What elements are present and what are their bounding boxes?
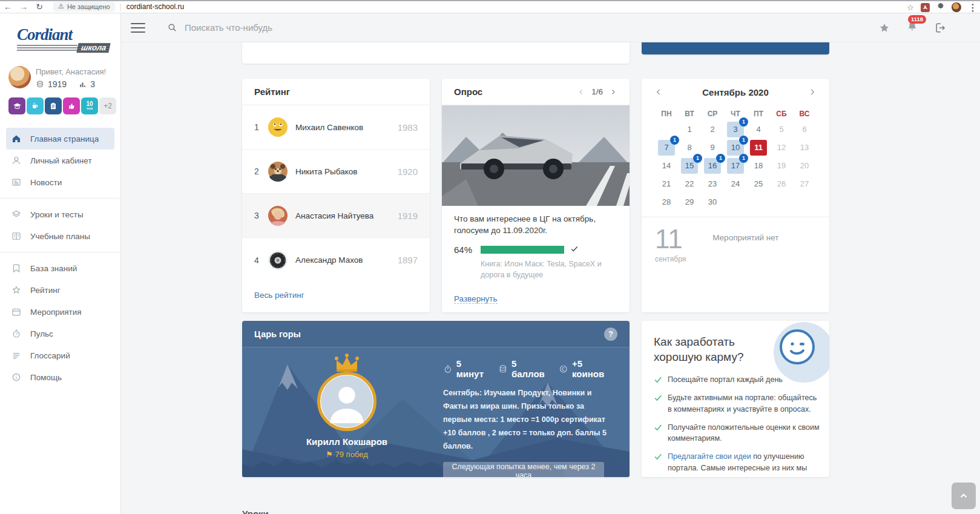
thumbs-up-badge[interactable] (63, 97, 80, 114)
calendar-day[interactable]: 4 (747, 121, 770, 138)
sidebar-item-label: Помощь (30, 373, 62, 382)
security-chip[interactable]: ⚠ Не защищено (53, 2, 115, 12)
calendar-day-empty (770, 194, 793, 211)
sidebar-item-home[interactable]: Главная страница (6, 128, 114, 150)
calendar-day[interactable]: 25 (747, 176, 770, 193)
hamburger-menu-icon[interactable] (131, 20, 145, 36)
calendar-day[interactable]: 23 (701, 176, 724, 193)
more-badges-chip[interactable]: +2 (99, 97, 116, 114)
browser-menu-icon[interactable]: ⋮ (968, 2, 978, 13)
next-attempt-button[interactable]: Следующая попытка менее, чем через 2 час… (443, 462, 604, 477)
calendar-day[interactable]: 161 (701, 157, 724, 174)
chevron-left-icon[interactable] (577, 88, 585, 96)
calendar-day[interactable]: 18 (747, 157, 770, 174)
calendar-day[interactable]: 27 (793, 176, 816, 193)
sidebar-item-rating[interactable]: Рейтинг (6, 279, 114, 301)
calendar-day[interactable]: 1 (678, 121, 701, 138)
sidebar-item-events[interactable]: Мероприятия (6, 301, 114, 323)
calendar-day[interactable]: 22 (678, 176, 701, 193)
timer-icon (443, 364, 453, 374)
calendar-next-icon[interactable] (807, 87, 817, 97)
user-avatar[interactable] (8, 66, 31, 88)
cordiant-logo[interactable]: Cordiant школа (17, 25, 110, 53)
karma-list: Посещайте портал каждый день Будьте акти… (642, 364, 829, 477)
dog-avatar (268, 161, 288, 182)
calendar-day[interactable]: 30 (701, 194, 724, 211)
calendar-day[interactable]: 20 (793, 157, 816, 174)
nav-divider (0, 252, 120, 252)
calendar-day[interactable]: 26 (770, 176, 793, 193)
calendar-day[interactable]: 28 (655, 194, 678, 211)
sidebar-item-knowledge-base[interactable]: База знаний (6, 257, 114, 279)
calendar-grid: 1231456718910111121314151161171181920212… (655, 121, 816, 211)
calendar-day[interactable]: 71 (655, 139, 678, 156)
poll-expand-link[interactable]: Развернуть (454, 294, 498, 304)
calendar-day[interactable]: 12 (770, 139, 793, 156)
calendar-weekday-label: ВТ (678, 107, 701, 121)
tire-avatar (268, 250, 288, 271)
browser-back-icon[interactable]: ← (0, 1, 16, 13)
sidebar-item-pulse[interactable]: Пульс (6, 323, 114, 344)
rating-row[interactable]: 4 Александр Махов 1897 (242, 238, 430, 282)
extensions-puzzle-icon[interactable] (936, 2, 945, 13)
calendar-day[interactable]: 21 (655, 176, 678, 193)
sidebar-item-help[interactable]: Помощь (6, 366, 114, 388)
clipboard-badge[interactable] (45, 97, 62, 114)
coffee-badge[interactable] (27, 97, 44, 114)
sidebar-item-label: Рейтинг (30, 286, 61, 295)
full-rating-link[interactable]: Весь рейтинг (242, 282, 430, 308)
scroll-to-top-button[interactable] (952, 483, 976, 509)
chevron-right-icon[interactable] (609, 88, 617, 96)
home-icon (10, 133, 22, 144)
calendar-day[interactable]: 171 (724, 157, 747, 174)
top10-badge[interactable]: 10 топ (81, 97, 98, 114)
check-icon (654, 375, 662, 384)
notifications-bell[interactable]: 1118 (906, 21, 918, 35)
calendar-weekday-label: ВС (793, 107, 816, 121)
karma-suggest-ideas-link[interactable]: Предлагайте свои идеи (668, 452, 751, 461)
calendar-day[interactable]: 14 (655, 157, 678, 174)
rating-row[interactable]: 2 Никита Рыбаков 1920 (242, 150, 430, 194)
address-bar-url[interactable]: cordiant-school.ru (127, 2, 184, 11)
rating-row[interactable]: 1 Михаил Савенков 1983 (242, 105, 430, 150)
calendar-day[interactable]: 29 (678, 194, 701, 211)
calendar-day[interactable]: 6 (793, 121, 816, 138)
help-question-icon[interactable]: ? (604, 328, 617, 341)
browser-reload-icon[interactable]: ↻ (31, 1, 47, 13)
sidebar-item-label: Уроки и тесты (30, 210, 84, 219)
calendar-day[interactable]: 11 (747, 139, 770, 156)
pdf-extension-icon[interactable] (921, 3, 930, 12)
sidebar-item-label: Новости (30, 178, 62, 187)
bookmark-star-icon[interactable]: ☆ (907, 3, 914, 12)
king-stat-label: 5 баллов (511, 358, 549, 379)
sidebar-item-glossary[interactable]: Глоссарий (6, 344, 114, 366)
calendar-prev-icon[interactable] (654, 87, 663, 97)
sidebar-item-news[interactable]: Новости (6, 171, 114, 193)
sidebar-item-lessons[interactable]: Уроки и тесты (6, 203, 114, 225)
calendar-day[interactable]: 13 (793, 139, 816, 156)
browser-forward-icon[interactable]: → (16, 1, 31, 13)
sidebar-item-plans[interactable]: Учебные планы (6, 225, 114, 247)
calendar-day[interactable]: 5 (770, 121, 793, 138)
graduation-badge[interactable] (8, 97, 25, 114)
poll-card: Опрос 1/6 (442, 79, 630, 312)
rating-row-current-user[interactable]: 3 Анастасия Найтуева 1919 (242, 194, 430, 238)
check-icon (654, 394, 662, 402)
search-icon[interactable] (167, 22, 177, 33)
king-card-title: Царь горы (254, 329, 301, 339)
layers-icon (10, 209, 22, 220)
favorites-star-icon[interactable] (878, 22, 890, 34)
sidebar-item-profile[interactable]: Личный кабинет (6, 150, 114, 171)
app: Cordiant школа Привет, Анастасия! 1919 3 (0, 13, 980, 514)
calendar-day[interactable]: 2 (701, 121, 724, 138)
sidebar-item-label: Учебные планы (30, 232, 90, 241)
coin-icon (559, 364, 568, 374)
chevron-up-icon (958, 490, 969, 501)
browser-profile-avatar[interactable] (952, 2, 961, 12)
logout-icon[interactable] (934, 22, 946, 34)
calendar-day[interactable]: 19 (770, 157, 793, 174)
search-input[interactable] (185, 22, 439, 33)
calendar-day[interactable]: 151 (678, 157, 701, 174)
crown-icon (329, 352, 364, 373)
calendar-day[interactable]: 24 (724, 176, 747, 193)
